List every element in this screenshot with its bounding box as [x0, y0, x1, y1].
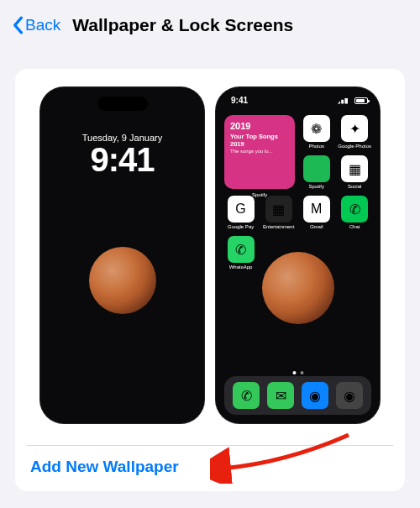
signal-icon [338, 97, 348, 104]
app-label: Entertainment [263, 224, 294, 229]
messages-icon: ✉ [267, 382, 294, 409]
app-label: Google Photos [338, 144, 371, 149]
widget-app-label: Spotify [252, 192, 267, 197]
social-folder-icon: ▦ [341, 155, 368, 182]
app-label: Social [348, 184, 361, 189]
app-label: Chat [349, 224, 360, 229]
chat-icon: ✆ [341, 196, 368, 223]
lock-screen-preview[interactable]: Tuesday, 9 January 9:41 [40, 87, 204, 423]
moon-wallpaper [89, 247, 156, 314]
app-entertainment: ▦Entertainment [262, 196, 295, 229]
add-new-wallpaper-button[interactable]: Add New Wallpaper [27, 446, 393, 476]
photos-icon: ❁ [303, 115, 330, 142]
entertainment-folder-icon: ▦ [265, 196, 292, 223]
status-bar: 9:41 [216, 87, 380, 105]
spotify-icon [303, 155, 330, 182]
header: Back Wallpaper & Lock Screens [0, 0, 420, 42]
chevron-left-icon [12, 16, 24, 34]
widget-subtitle: The songs you lo... [230, 149, 289, 154]
app-google-photos: ✦Google Photos [338, 115, 371, 149]
wallpaper-card: Tuesday, 9 January 9:41 9:41 2019 Your T… [15, 69, 405, 491]
google-photos-icon: ✦ [341, 115, 368, 142]
camera-icon: ◉ [336, 382, 363, 409]
app-spotify: Spotify [300, 155, 333, 189]
dynamic-island [97, 97, 148, 111]
widget-title: Your Top Songs 2019 [230, 133, 289, 148]
app-label: Photos [308, 144, 324, 149]
app-label: Gmail [310, 224, 323, 229]
app-chat: ✆Chat [338, 196, 371, 229]
dock: ✆✉◉◉ [224, 376, 371, 415]
safari-icon: ◉ [302, 382, 328, 409]
gmail-icon: M [303, 196, 330, 223]
app-label: Google Pay [228, 224, 254, 229]
page-dots [292, 371, 303, 374]
app-gmail: MGmail [300, 196, 333, 229]
home-screen-preview[interactable]: 9:41 2019 Your Top Songs 2019 The songs … [216, 87, 380, 423]
page-title: Wallpaper & Lock Screens [72, 15, 293, 35]
battery-icon [354, 97, 368, 104]
widget-year: 2019 [230, 121, 289, 131]
home-grid: 2019 Your Top Songs 2019 The songs you l… [216, 105, 380, 270]
app-label: WhatsApp [229, 264, 253, 270]
back-label: Back [25, 16, 60, 34]
app-social: ▦Social [338, 155, 371, 189]
wallpaper-previews: Tuesday, 9 January 9:41 9:41 2019 Your T… [27, 87, 393, 423]
app-google-pay: GGoogle Pay [224, 196, 257, 229]
spotify-widget: 2019 Your Top Songs 2019 The songs you l… [224, 115, 295, 189]
phone-icon: ✆ [233, 382, 260, 409]
google-pay-icon: G [228, 196, 255, 223]
lock-time: 9:41 [40, 141, 204, 179]
status-time: 9:41 [231, 96, 248, 105]
app-label: Spotify [309, 184, 324, 189]
back-button[interactable]: Back [12, 16, 60, 34]
whatsapp-icon: ✆ [228, 236, 255, 263]
app-photos: ❁Photos [300, 115, 333, 149]
app-whatsapp: ✆WhatsApp [224, 236, 257, 270]
